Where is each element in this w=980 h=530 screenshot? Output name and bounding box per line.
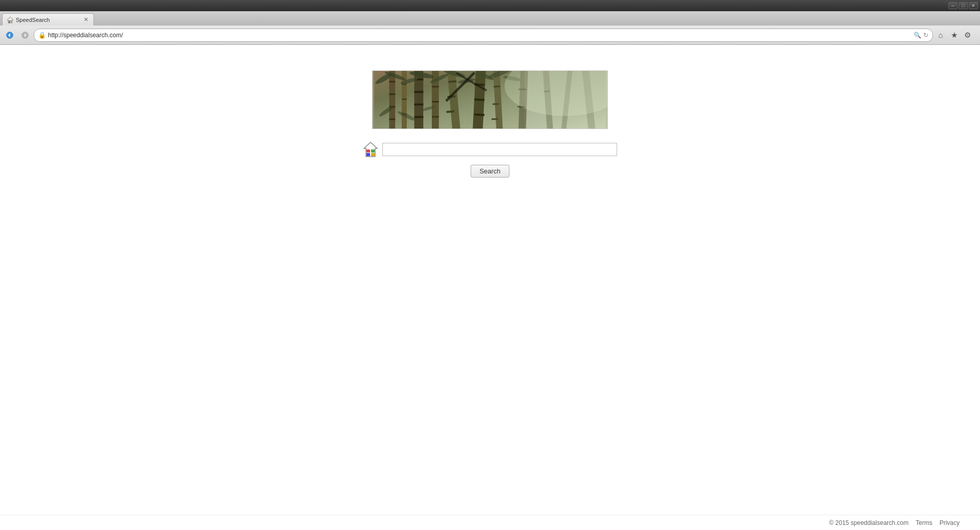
minimize-button[interactable]: ─ xyxy=(948,2,958,9)
search-button[interactable]: Search xyxy=(471,165,509,178)
address-bar-input[interactable] xyxy=(48,32,912,39)
svg-rect-23 xyxy=(414,104,424,106)
svg-marker-0 xyxy=(7,17,13,23)
terms-link[interactable]: Terms xyxy=(916,519,933,526)
svg-rect-15 xyxy=(389,118,395,120)
svg-rect-28 xyxy=(432,116,439,117)
privacy-link[interactable]: Privacy xyxy=(940,519,960,526)
svg-rect-12 xyxy=(389,81,395,83)
nav-right-buttons: ⌂ ★ ⚙ xyxy=(935,30,977,41)
bookmarks-button[interactable]: ★ xyxy=(948,30,960,41)
address-bar-container: 🔒 🔍 ↻ xyxy=(34,29,933,42)
settings-button[interactable]: ⚙ xyxy=(962,30,973,41)
svg-rect-1 xyxy=(9,20,10,22)
close-button[interactable]: ✕ xyxy=(969,2,978,9)
svg-rect-24 xyxy=(414,116,424,118)
tab-bar: SpeedSearch ✕ xyxy=(0,11,980,26)
svg-rect-22 xyxy=(414,91,424,93)
svg-rect-65 xyxy=(366,149,370,153)
svg-rect-68 xyxy=(371,153,375,156)
search-button-row: Search xyxy=(471,165,509,178)
svg-marker-64 xyxy=(364,142,377,157)
home-icon-container xyxy=(363,141,378,158)
search-section xyxy=(363,141,617,158)
svg-rect-27 xyxy=(432,101,439,103)
refresh-icon[interactable]: ↻ xyxy=(923,32,928,39)
tab-close-button[interactable]: ✕ xyxy=(82,16,89,23)
svg-rect-3 xyxy=(9,21,10,23)
tab-favicon xyxy=(7,16,14,23)
forward-button[interactable] xyxy=(18,29,32,42)
nav-bar: 🔒 🔍 ↻ ⌂ ★ ⚙ xyxy=(0,26,980,45)
home-nav-button[interactable]: ⌂ xyxy=(935,30,946,41)
search-input[interactable] xyxy=(382,143,617,156)
search-icon[interactable]: 🔍 xyxy=(914,32,921,39)
browser-frame: ─ □ ✕ SpeedSearch ✕ xyxy=(0,0,980,530)
svg-rect-4 xyxy=(11,21,12,23)
tab-label: SpeedSearch xyxy=(16,17,50,23)
tab-speedsearch[interactable]: SpeedSearch ✕ xyxy=(2,13,94,26)
maximize-button[interactable]: □ xyxy=(959,2,968,9)
svg-rect-67 xyxy=(366,153,370,156)
svg-rect-18 xyxy=(402,98,407,100)
footer: © 2015 speeddialsearch.com Terms Privacy xyxy=(0,515,980,530)
colorful-home-icon xyxy=(363,141,378,158)
footer-copyright: © 2015 speeddialsearch.com xyxy=(829,519,909,526)
svg-rect-2 xyxy=(11,20,12,22)
svg-rect-66 xyxy=(371,149,375,153)
svg-rect-13 xyxy=(389,93,395,95)
svg-rect-26 xyxy=(432,86,439,87)
back-button[interactable] xyxy=(3,29,16,42)
address-lock-icon: 🔒 xyxy=(38,32,46,39)
title-bar: ─ □ ✕ xyxy=(0,0,980,11)
page-content: Search © 2015 speeddialsearch.com Terms … xyxy=(0,45,980,530)
logo-banner xyxy=(372,70,608,129)
